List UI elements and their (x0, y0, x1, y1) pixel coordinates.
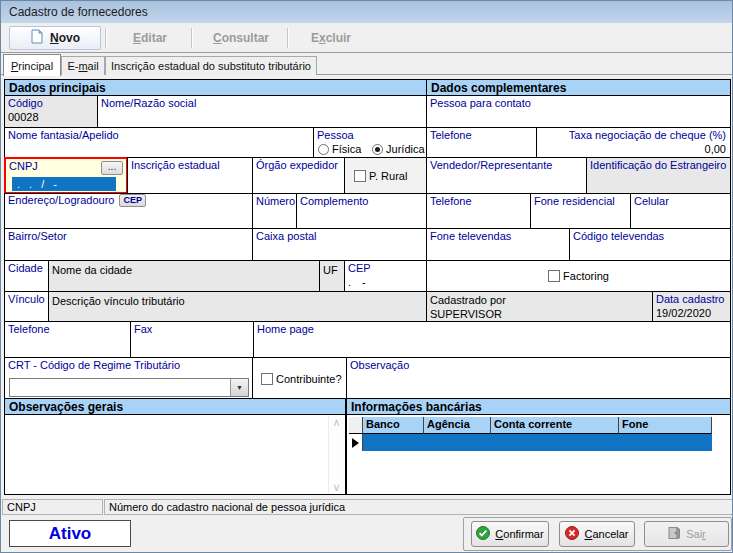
fisica-radio-circle (318, 144, 329, 155)
telefone-field[interactable]: Telefone (4, 321, 131, 358)
vinculo-label: Vínculo (5, 292, 48, 306)
factoring-checkbox[interactable]: Factoring (548, 270, 609, 282)
edit-button[interactable]: Editar (111, 26, 189, 50)
tab-principal[interactable]: Principal (3, 54, 61, 76)
chevron-down-icon[interactable]: ▼ (230, 379, 248, 396)
cadastrado-por-value: SUPERVISOR (427, 307, 652, 321)
vinculo-field[interactable]: Vínculo (4, 291, 49, 322)
inscricao-estadual-field[interactable]: Inscrição estadual (127, 157, 253, 194)
data-cadastro-display: Data cadastro 19/02/2020 (652, 291, 731, 322)
cidade-label: Cidade (5, 261, 48, 275)
exit-button[interactable]: Sair (644, 521, 729, 547)
toolbar-separator (105, 28, 107, 48)
caixa-postal-label: Caixa postal (253, 229, 426, 243)
p-rural-checkbox[interactable]: P. Rural (354, 170, 407, 182)
toolbar: Novo Editar Consultar Excluir (1, 23, 733, 53)
contribuinte-label: Contribuinte? (276, 373, 341, 385)
fone-residencial-field[interactable]: Fone residencial (530, 193, 631, 229)
new-button[interactable]: Novo (9, 26, 101, 50)
exit-door-icon (667, 526, 681, 542)
endereco-field[interactable]: Endereço/Logradouro CEP (4, 193, 253, 229)
cnpj-field[interactable]: CNPJ ... . . / - (4, 157, 128, 194)
telefone-contato-field[interactable]: Telefone (426, 127, 537, 158)
fisica-radio-label: Física (332, 143, 361, 155)
consult-button[interactable]: Consultar (197, 26, 285, 50)
vendedor-field[interactable]: Vendedor/Representante (426, 157, 587, 194)
caixa-postal-field[interactable]: Caixa postal (252, 228, 427, 261)
estrangeiro-label: Identificação do Estrangeiro (587, 158, 730, 172)
factoring-checkbox-box (548, 270, 560, 282)
bank-col-banco[interactable]: Banco (363, 417, 424, 434)
codigo-televendas-field[interactable]: Código televendas (569, 228, 731, 261)
cep-field[interactable]: CEP . - (344, 260, 427, 292)
p-rural-checkbox-box (354, 170, 366, 182)
tab-email[interactable]: E-mail (61, 56, 105, 75)
cnpj-input[interactable]: . . / - (12, 177, 116, 191)
delete-button[interactable]: Excluir (293, 26, 369, 50)
codigo-value: 00028 (5, 110, 97, 124)
cep-mask-value: . - (345, 275, 426, 289)
pessoa-contato-field[interactable]: Pessoa para contato (426, 95, 731, 128)
textarea-scrollbar[interactable]: ∧ ∨ (328, 416, 344, 493)
bank-col-conta-corrente[interactable]: Conta corrente (491, 417, 619, 434)
nome-fantasia-label: Nome fantasia/Apelido (5, 128, 313, 142)
pessoa-label: Pessoa (314, 128, 426, 142)
bank-table: Banco Agência Conta corrente Fone (346, 414, 731, 495)
complemento-field[interactable]: Complemento (296, 193, 427, 229)
fone-televendas-field[interactable]: Fone televendas (426, 228, 570, 261)
juridica-radio-circle (372, 144, 383, 155)
celular-field[interactable]: Celular (630, 193, 731, 229)
observacao-field[interactable]: Observação (346, 357, 731, 399)
crt-field: CRT - Código de Regime Tributário ▼ (4, 357, 253, 399)
fax-field[interactable]: Fax (130, 321, 254, 358)
fisica-radio[interactable]: Física (318, 143, 361, 155)
informacoes-bancarias-header: Informações bancárias (346, 398, 731, 415)
scroll-down-icon[interactable]: ∨ (332, 481, 340, 493)
data-cadastro-value: 19/02/2020 (653, 306, 730, 320)
bank-col-agencia[interactable]: Agência (424, 417, 491, 434)
contribuinte-checkbox[interactable]: Contribuinte? (261, 373, 342, 385)
juridica-radio[interactable]: Jurídica (372, 143, 425, 155)
nome-fantasia-field[interactable]: Nome fantasia/Apelido (4, 127, 314, 158)
codigo-field: Código 00028 (4, 95, 98, 128)
tab-principal-label: Principal (11, 60, 53, 72)
observacoes-gerais-textarea[interactable]: ∧ ∨ (4, 414, 346, 495)
bairro-field[interactable]: Bairro/Setor (4, 228, 253, 261)
bank-selected-row[interactable] (363, 434, 712, 451)
row-arrow-icon (352, 438, 359, 448)
taxa-cheque-field[interactable]: Taxa negociação de cheque (%) 0,00 (536, 127, 731, 158)
new-button-label: Novo (50, 31, 80, 45)
tab-inscricao-estadual-substituto[interactable]: Inscrição estadual do substituto tributá… (105, 56, 317, 75)
orgao-expedidor-field[interactable]: Órgão expedidor (252, 157, 345, 194)
telefone-2-field[interactable]: Telefone (426, 193, 531, 229)
status-field-hint: Número do cadastro nacional de pessoa ju… (104, 499, 733, 515)
bank-col-fone[interactable]: Fone (619, 417, 712, 434)
telefone-label: Telefone (5, 322, 130, 336)
crt-label: CRT - Código de Regime Tributário (5, 358, 252, 372)
taxa-cheque-value: 0,00 (537, 142, 730, 156)
cadastrado-por-label: Cadastrado por (427, 292, 652, 307)
supplier-registration-window: Cadastro de fornecedores Novo Editar Con… (0, 0, 733, 553)
cancel-button[interactable]: Cancelar (559, 521, 635, 547)
vinculo-descricao-label: Descrição vínculo tributário (49, 292, 426, 308)
homepage-field[interactable]: Home page (253, 321, 731, 358)
fone-televendas-label: Fone televendas (427, 229, 569, 243)
cep-label: CEP (345, 261, 426, 275)
orgao-expedidor-label: Órgão expedidor (253, 158, 344, 172)
uf-display: UF (319, 260, 345, 292)
cnpj-browse-button[interactable]: ... (101, 161, 123, 175)
codigo-televendas-label: Código televendas (570, 229, 730, 243)
vinculo-descricao-display: Descrição vínculo tributário (48, 291, 427, 322)
razao-social-field[interactable]: Nome/Razão social (97, 95, 427, 128)
inscricao-estadual-label: Inscrição estadual (128, 158, 252, 172)
cancel-x-icon (565, 526, 579, 542)
confirm-button[interactable]: Confirmar (471, 521, 549, 547)
confirm-check-icon (476, 526, 490, 542)
cidade-field[interactable]: Cidade (4, 260, 49, 292)
numero-field[interactable]: Número (252, 193, 297, 229)
scroll-up-icon[interactable]: ∧ (332, 416, 340, 428)
cep-lookup-button[interactable]: CEP (119, 194, 146, 207)
telefone-2-label: Telefone (427, 194, 530, 208)
crt-combobox[interactable]: ▼ (9, 378, 249, 397)
status-field-name: CNPJ (2, 499, 103, 515)
